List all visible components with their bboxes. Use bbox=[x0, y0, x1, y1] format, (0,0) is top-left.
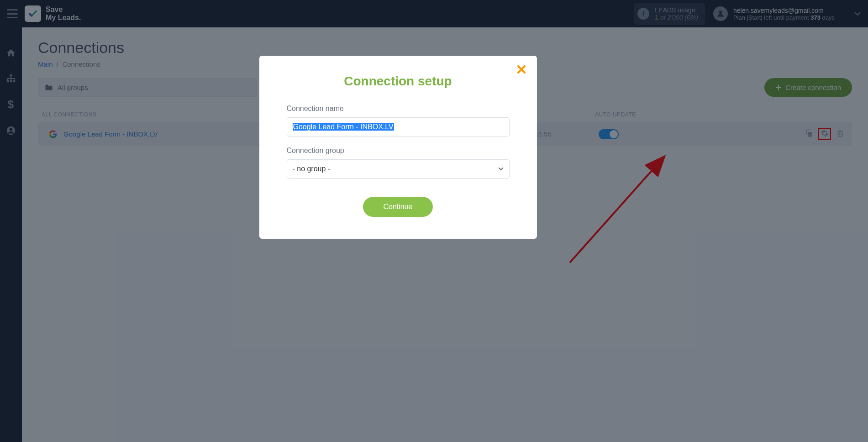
modal-title: Connection setup bbox=[286, 74, 509, 89]
chevron-down-icon bbox=[498, 167, 503, 171]
connection-name-label: Connection name bbox=[286, 105, 509, 113]
close-icon[interactable] bbox=[516, 65, 526, 76]
connection-group-label: Connection group bbox=[286, 147, 509, 155]
continue-button[interactable]: Continue bbox=[363, 197, 432, 217]
connection-setup-modal: Connection setup Connection name Google … bbox=[259, 56, 537, 239]
connection-name-input[interactable]: Google Lead Form - INBOX.LV bbox=[286, 117, 509, 137]
connection-group-select[interactable]: - no group - bbox=[286, 159, 509, 179]
